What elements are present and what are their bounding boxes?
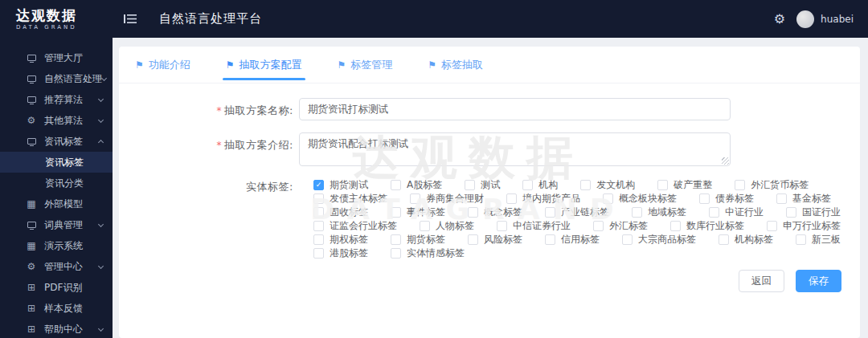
chevron-down-icon — [98, 263, 104, 268]
checkbox-box — [497, 221, 507, 231]
sidebar: 管理大厅 自然语言处理 推荐算法 ⚙ 其他算法 资讯标签 资讯标签 资讯分类 ▦… — [0, 38, 113, 338]
user-menu[interactable]: huabei — [796, 10, 854, 28]
checkbox-box — [767, 221, 777, 231]
entity-checkbox-item[interactable]: 外汇标签 — [593, 219, 648, 233]
flag-icon: ⚑ — [428, 60, 436, 70]
save-button[interactable]: 保存 — [796, 270, 841, 292]
entity-checkbox-item[interactable]: 申万行业标签 — [767, 219, 841, 233]
entity-checkbox-item[interactable]: 机构 — [522, 178, 558, 192]
entity-checkbox-item[interactable]: 中信证券行业 — [497, 219, 571, 233]
chevron-down-icon — [98, 96, 104, 101]
square-plus-icon: ⊞ — [26, 282, 37, 293]
entity-checkbox-item[interactable]: A股标签 — [391, 178, 442, 192]
sidebar-item-recommend-algo[interactable]: 推荐算法 — [0, 89, 113, 110]
extract-scheme-form: *抽取方案名称: *抽取方案介绍: 期货资讯配合打标测试 — [119, 83, 860, 260]
grid-icon: ▦ — [26, 240, 37, 251]
entity-checkbox-item[interactable]: 数库行业标签 — [670, 219, 744, 233]
checkbox-box — [699, 193, 710, 204]
entity-checkbox-item[interactable]: 事件标签 — [391, 206, 445, 219]
gear-icon: ⚙ — [26, 115, 37, 126]
entity-checkbox-item[interactable]: 境内期货产品 — [506, 192, 580, 206]
tab-label-extract[interactable]: ⚑ 标签抽取 — [428, 47, 483, 83]
entity-checkbox-item[interactable]: 期权标签 — [313, 233, 368, 246]
checkbox-row: 固收标签 事件标签 概念标签 产业链标签 地域标签 中证行业 国证行业 — [313, 206, 860, 219]
sidebar-item-manage-center[interactable]: ⚙ 管理中心 — [0, 256, 113, 277]
entity-checkbox-item[interactable]: 债券标签 — [699, 192, 754, 206]
checkbox-box — [391, 234, 401, 245]
sidebar-item-pdf-recognition[interactable]: ⊞ PDF识别 — [0, 277, 113, 298]
entity-checkbox-item[interactable]: 固收标签 — [313, 206, 368, 219]
monitor-icon — [26, 55, 37, 61]
entity-checkbox-item[interactable]: 证监会行业标签 — [313, 219, 397, 233]
scheme-name-input[interactable] — [299, 98, 731, 120]
entity-checkbox-item[interactable]: 测试 — [465, 178, 500, 192]
back-button[interactable]: 返回 — [739, 270, 784, 292]
checkbox-box — [580, 180, 591, 190]
sidebar-item-news-tags[interactable]: 资讯标签 — [0, 131, 113, 152]
checkbox-box — [420, 221, 430, 231]
checkbox-box — [719, 234, 729, 245]
checkbox-box — [545, 234, 555, 245]
resize-handle[interactable] — [722, 157, 729, 165]
entity-checkbox-item[interactable]: 国证行业 — [786, 206, 841, 219]
gear-icon: ⚙ — [26, 261, 37, 272]
tab-feature-intro[interactable]: ⚑ 功能介绍 — [135, 47, 190, 83]
required-asterisk: * — [217, 140, 223, 151]
entity-checkbox-item[interactable]: 基金标签 — [776, 192, 831, 206]
sidebar-item-help-center[interactable]: ⊞ 帮助中心 — [0, 319, 113, 338]
entity-checkbox-item[interactable]: 地域标签 — [632, 206, 686, 219]
entity-checkbox-item[interactable]: 实体情感标签 — [391, 246, 465, 260]
entity-checkbox-item[interactable]: 信用标签 — [545, 233, 600, 246]
entity-checkbox-item[interactable]: 港股标签 — [313, 246, 368, 260]
entity-checkbox-item[interactable]: 机构标签 — [719, 233, 773, 246]
entity-checkbox-item[interactable]: 新三板 — [796, 233, 841, 246]
tab-label-manage[interactable]: ⚑ 标签管理 — [338, 47, 393, 83]
sidebar-item-demo-system[interactable]: ▦ 演示系统 — [0, 235, 113, 256]
settings-gear-icon[interactable]: ⚙ — [774, 13, 785, 26]
checkbox-box — [603, 193, 613, 204]
sidebar-item-sample-feedback[interactable]: ⊞ 样本反馈 — [0, 298, 113, 319]
entity-checkbox-item[interactable]: 券商集合理财 — [410, 192, 484, 206]
entity-checkbox-item[interactable]: 发债主体标签 — [313, 192, 387, 206]
checkbox-box — [391, 248, 401, 259]
entity-checkbox-item[interactable]: 风险标签 — [468, 233, 522, 246]
sidebar-item-admin-hall[interactable]: 管理大厅 — [0, 47, 113, 68]
entity-checkbox-item[interactable]: 破产重整 — [657, 178, 712, 192]
sidebar-item-other-algo[interactable]: ⚙ 其他算法 — [0, 110, 113, 131]
sidebar-subitem-news-tags[interactable]: 资讯标签 — [0, 152, 113, 173]
entity-checkbox-item[interactable]: 产业链标签 — [545, 206, 609, 219]
entity-checkbox-item[interactable]: 概念板块标签 — [603, 192, 677, 206]
entity-checkbox-item[interactable]: 概念标签 — [468, 206, 522, 219]
page-title: 自然语言处理平台 — [159, 11, 262, 26]
entity-checkbox-item[interactable]: ✓期货测试 — [313, 178, 368, 192]
checkbox-box — [313, 248, 324, 259]
entity-checkbox-item[interactable]: 人物标签 — [420, 219, 474, 233]
checkbox-box — [313, 221, 324, 231]
sidebar-item-nlp[interactable]: 自然语言处理 — [0, 68, 113, 89]
entity-checkbox-item[interactable]: 发文机构 — [580, 178, 635, 192]
checkbox-checked-icon: ✓ — [313, 180, 324, 190]
checkbox-box — [465, 180, 475, 190]
sidebar-item-external-models[interactable]: ▦ 外部模型 — [0, 193, 113, 214]
flag-icon: ⚑ — [135, 60, 144, 70]
sidebar-subitem-news-classify[interactable]: 资讯分类 — [0, 173, 113, 193]
sidebar-item-dictionary[interactable]: 词典管理 — [0, 214, 113, 235]
tab-extract-scheme-config[interactable]: ⚑ 抽取方案配置 — [226, 47, 302, 83]
checkbox-box — [506, 193, 517, 204]
form-row-entity-labels: 实体标签: ✓期货测试 A股标签 测试 机构 发文机构 破产重整 外汇货币标签 … — [119, 178, 860, 260]
collapse-menu-icon[interactable] — [124, 14, 137, 24]
checkbox-row: 期权标签 期货标签 风险标签 信用标签 大宗商品标签 机构标签 新三板 — [313, 233, 860, 246]
scheme-desc-textarea[interactable]: 期货资讯配合打标测试 — [299, 132, 731, 166]
entity-checkbox-item[interactable]: 大宗商品标签 — [622, 233, 696, 246]
checkbox-box — [786, 207, 796, 218]
checkbox-box — [410, 193, 420, 204]
checkbox-box — [545, 207, 555, 218]
checkbox-box — [391, 180, 401, 190]
checkbox-box — [313, 193, 324, 204]
checkbox-box — [522, 180, 533, 190]
flag-icon: ⚑ — [338, 60, 346, 70]
entity-checkbox-item[interactable]: 期货标签 — [391, 233, 445, 246]
entity-checkbox-item[interactable]: 中证行业 — [709, 206, 764, 219]
chevron-up-icon — [98, 140, 104, 145]
entity-checkbox-item[interactable]: 外汇货币标签 — [735, 178, 809, 192]
